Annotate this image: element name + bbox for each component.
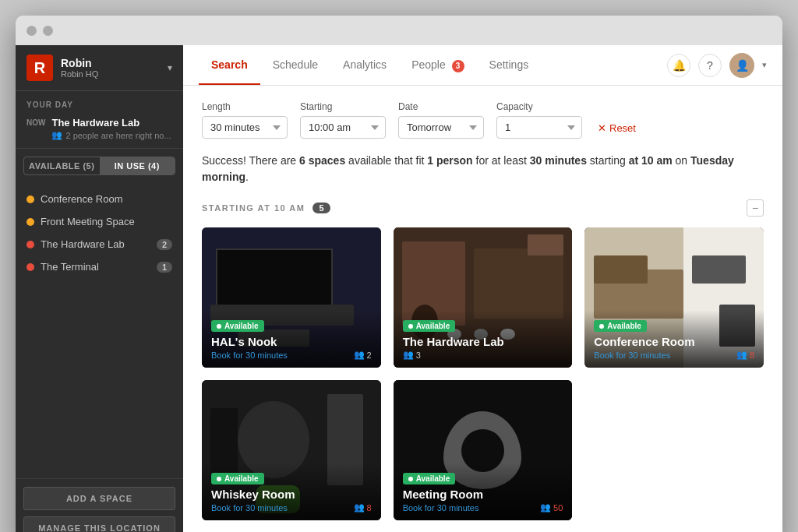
space-badge: 2 <box>157 239 172 250</box>
space-list: Conference Room Front Meeting Space The … <box>16 183 183 283</box>
available-badge: Available <box>211 473 264 484</box>
user-avatar[interactable]: 👤 <box>729 53 754 78</box>
current-room-title: The Hardware Lab <box>51 117 171 129</box>
card-footer: Book for 30 minutes 👥 8 <box>211 502 372 513</box>
dot-icon <box>26 263 34 271</box>
content-area: Length 30 minutes 15 minutes 45 minutes … <box>183 86 782 532</box>
capacity-select[interactable]: 1 2 3 4 5 <box>496 116 582 139</box>
available-dot-icon <box>408 324 413 329</box>
available-dot-icon <box>217 324 221 329</box>
room-card-meeting[interactable]: Available Meeting Room Book for 30 minut… <box>394 380 573 520</box>
book-link[interactable]: Book for 30 minutes <box>594 351 670 360</box>
space-name: Front Meeting Space <box>41 216 172 227</box>
card-overlay: Available Conference Room Book for 30 mi… <box>584 310 764 368</box>
collapse-button[interactable]: − <box>747 199 764 217</box>
card-footer: Book for 30 minutes 👥 8 <box>594 350 754 360</box>
space-item-front-meeting[interactable]: Front Meeting Space <box>16 210 183 233</box>
app-body: R Robin Robin HQ ▾ YOUR DAY NOW The Hard… <box>16 45 782 532</box>
book-link[interactable]: Book for 30 minutes <box>403 503 479 513</box>
card-capacity: 👥 3 <box>403 350 421 360</box>
book-link[interactable]: Book for 30 minutes <box>211 503 288 513</box>
tab-available[interactable]: AVAILABLE (5) <box>24 157 100 174</box>
cards-grid: Available HAL's Nook Book for 30 minutes… <box>202 227 764 520</box>
space-item-hardware-lab[interactable]: The Hardware Lab 2 <box>16 233 183 255</box>
x-icon: ✕ <box>598 122 606 134</box>
sidebar-header[interactable]: R Robin Robin HQ ▾ <box>16 45 183 91</box>
app-window: R Robin Robin HQ ▾ YOUR DAY NOW The Hard… <box>16 16 782 532</box>
people-icon: 👥 <box>51 130 62 140</box>
nav-tabs: Search Schedule Analytics People 3 Setti… <box>199 46 667 83</box>
filter-starting: Starting 10:00 am 9:00 am 9:30 am 10:30 … <box>300 101 386 139</box>
current-room-sub: 👥 2 people are here right no... <box>51 130 171 140</box>
tab-in-use[interactable]: IN USE (4) <box>100 157 175 174</box>
dot-icon <box>26 218 34 226</box>
avatar-chevron-icon[interactable]: ▾ <box>762 60 767 70</box>
card-capacity: 👥 2 <box>354 350 372 360</box>
room-card-hardware-lab[interactable]: Available The Hardware Lab 👥 3 <box>394 227 573 368</box>
length-label: Length <box>202 101 288 112</box>
filter-date: Date Tomorrow Today <box>398 101 484 139</box>
tab-analytics[interactable]: Analytics <box>330 46 399 84</box>
add-space-button[interactable]: ADD A SPACE <box>23 487 175 510</box>
now-row: NOW The Hardware Lab 👥 2 people are here… <box>16 112 183 149</box>
top-nav: Search Schedule Analytics People 3 Setti… <box>183 45 782 86</box>
your-day-label: YOUR DAY <box>16 91 183 112</box>
traffic-light-close[interactable] <box>26 26 37 36</box>
card-footer: 👥 3 <box>403 350 563 360</box>
book-link[interactable]: Book for 30 minutes <box>211 351 288 360</box>
available-dot-icon <box>599 324 604 329</box>
help-button[interactable]: ? <box>698 54 722 77</box>
dot-icon <box>26 196 34 203</box>
nav-actions: 🔔 ? 👤 ▾ <box>667 53 767 78</box>
reset-button[interactable]: ✕ Reset <box>595 118 639 139</box>
room-card-hals-nook[interactable]: Available HAL's Nook Book for 30 minutes… <box>202 227 381 368</box>
starting-select[interactable]: 10:00 am 9:00 am 9:30 am 10:30 am <box>300 116 386 139</box>
sidebar-chevron-icon: ▾ <box>168 62 172 73</box>
filter-length: Length 30 minutes 15 minutes 45 minutes … <box>202 101 288 139</box>
sidebar-actions: ADD A SPACE MANAGE THIS LOCATION <box>16 478 183 532</box>
card-room-name: The Hardware Lab <box>403 335 563 348</box>
available-badge: Available <box>403 473 456 484</box>
space-item-terminal[interactable]: The Terminal 1 <box>16 255 183 278</box>
card-overlay: Available Meeting Room Book for 30 minut… <box>394 463 573 521</box>
success-banner: Success! There are 6 spaces available th… <box>202 153 764 185</box>
sidebar-org: Robin Robin HQ <box>61 57 168 79</box>
card-overlay: Available Whiskey Room Book for 30 minut… <box>202 463 381 521</box>
tab-search[interactable]: Search <box>199 46 260 84</box>
available-badge: Available <box>403 320 456 332</box>
room-card-conference[interactable]: Available Conference Room Book for 30 mi… <box>584 227 764 368</box>
card-room-name: Whiskey Room <box>211 488 372 501</box>
space-item-conference[interactable]: Conference Room <box>16 188 183 210</box>
starting-label: Starting <box>300 101 386 112</box>
people-capacity-icon: 👥 <box>540 502 551 513</box>
card-overlay: Available HAL's Nook Book for 30 minutes… <box>202 310 381 368</box>
org-sub: Robin HQ <box>61 69 168 79</box>
room-card-whiskey[interactable]: Available Whiskey Room Book for 30 minut… <box>202 380 381 520</box>
now-badge: NOW <box>26 118 45 127</box>
space-name: Conference Room <box>41 193 172 205</box>
card-capacity: 👥 8 <box>354 502 372 513</box>
people-badge: 3 <box>452 60 464 72</box>
space-name: The Terminal <box>41 261 150 273</box>
card-capacity: 👥 8 <box>736 350 754 360</box>
tab-people[interactable]: People 3 <box>399 46 476 84</box>
available-badge: Available <box>211 320 264 332</box>
sidebar-tabs: AVAILABLE (5) IN USE (4) <box>23 157 175 175</box>
date-select[interactable]: Tomorrow Today <box>398 116 484 139</box>
card-footer: Book for 30 minutes 👥 50 <box>403 502 563 513</box>
section-count: 5 <box>312 203 330 213</box>
length-select[interactable]: 30 minutes 15 minutes 45 minutes 1 hour <box>202 116 288 139</box>
filters-row: Length 30 minutes 15 minutes 45 minutes … <box>202 101 764 139</box>
tab-settings[interactable]: Settings <box>477 46 542 84</box>
manage-location-button[interactable]: MANAGE THIS LOCATION <box>23 516 175 532</box>
available-dot-icon <box>408 477 413 481</box>
section-header: STARTING AT 10 AM 5 − <box>202 199 764 217</box>
traffic-light-minimize[interactable] <box>43 26 53 36</box>
main-content: Search Schedule Analytics People 3 Setti… <box>183 45 782 532</box>
tab-schedule[interactable]: Schedule <box>260 46 330 84</box>
notifications-button[interactable]: 🔔 <box>667 54 690 77</box>
dot-icon <box>26 241 34 248</box>
space-badge: 1 <box>157 262 172 273</box>
people-capacity-icon: 👥 <box>354 502 365 513</box>
title-bar <box>16 16 782 45</box>
